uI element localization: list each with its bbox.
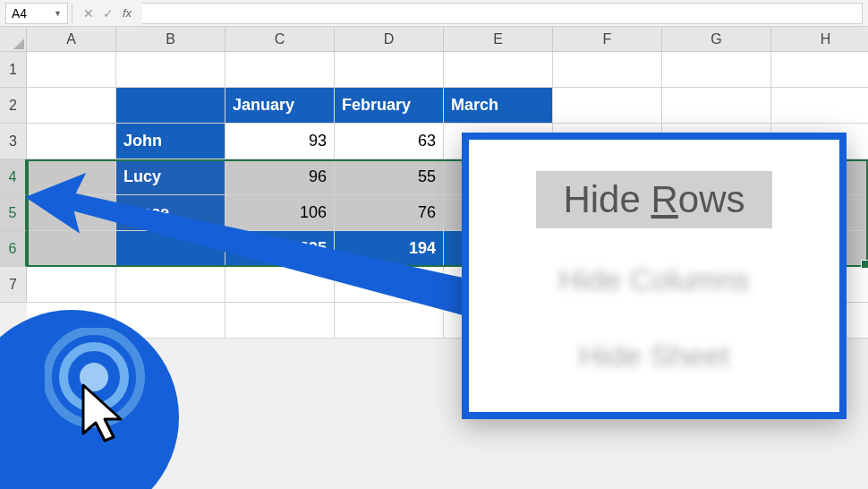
select-all-corner[interactable] — [0, 27, 27, 52]
cancel-icon[interactable]: ✕ — [83, 6, 94, 21]
cell-name-lucy[interactable]: Lucy — [116, 159, 226, 195]
cell[interactable] — [335, 52, 444, 88]
formula-bar-area: A4 ▼ ✕ ✓ fx — [0, 0, 868, 27]
col-header-h[interactable]: H — [771, 27, 868, 52]
col-header-c[interactable]: C — [226, 27, 335, 52]
context-menu-callout: Hide Rows Hide Columns Hide Sheet — [462, 133, 847, 419]
cell[interactable] — [226, 303, 335, 339]
row-header-5[interactable]: 5 — [0, 195, 27, 231]
cell[interactable] — [116, 52, 226, 88]
row-header-4[interactable]: 4 — [0, 159, 27, 195]
col-header-e[interactable]: E — [444, 27, 553, 52]
row-header-6[interactable]: 6 — [0, 231, 27, 267]
col-header-d[interactable]: D — [335, 27, 444, 52]
cell[interactable] — [116, 231, 226, 267]
cell[interactable] — [27, 195, 116, 231]
cell[interactable] — [116, 88, 226, 124]
name-box-value: A4 — [12, 6, 27, 21]
cell-total-c[interactable]: 295 — [226, 231, 335, 267]
cell[interactable] — [662, 52, 771, 88]
cell-header-january[interactable]: January — [226, 88, 335, 124]
cell[interactable]: 96 — [226, 159, 335, 195]
col-header-g[interactable]: G — [662, 27, 771, 52]
cell[interactable] — [27, 267, 116, 303]
row-headers: 1 2 3 4 5 6 7 — [0, 52, 27, 303]
svg-marker-5 — [83, 385, 121, 441]
menu-item-hide-sheet[interactable]: Hide Sheet — [552, 331, 756, 381]
cell[interactable] — [662, 88, 771, 124]
col-header-b[interactable]: B — [116, 27, 226, 52]
cell-name-john[interactable]: John — [116, 124, 226, 159]
cell[interactable] — [771, 52, 868, 88]
cell[interactable] — [27, 124, 116, 159]
fx-icon[interactable]: fx — [123, 6, 132, 20]
cell[interactable] — [116, 267, 226, 303]
cell-header-february[interactable]: February — [335, 88, 444, 124]
cell[interactable] — [226, 52, 335, 88]
grid-row: January February March — [27, 88, 868, 124]
grid-row — [27, 52, 868, 88]
chevron-down-icon[interactable]: ▼ — [54, 9, 62, 18]
row-header-7[interactable]: 7 — [0, 267, 27, 303]
cell[interactable] — [335, 267, 444, 303]
cell[interactable] — [335, 303, 444, 339]
cell[interactable] — [27, 231, 116, 267]
cell[interactable]: 55 — [335, 159, 444, 195]
row-header-2[interactable]: 2 — [0, 88, 27, 124]
cell[interactable] — [444, 52, 553, 88]
cell[interactable] — [226, 267, 335, 303]
row-header-3[interactable]: 3 — [0, 124, 27, 159]
cell[interactable]: 76 — [335, 195, 444, 231]
cell[interactable]: 106 — [226, 195, 335, 231]
menu-item-hide-columns[interactable]: Hide Columns — [532, 255, 777, 305]
cell-total-d[interactable]: 194 — [335, 231, 444, 267]
cell[interactable]: 63 — [335, 124, 444, 159]
menu-hotkey: R — [651, 178, 678, 220]
menu-text: Hide — [563, 178, 651, 220]
cell[interactable] — [553, 88, 662, 124]
cursor-icon — [76, 382, 139, 453]
cell-header-march[interactable]: March — [444, 88, 553, 124]
col-header-a[interactable]: A — [27, 27, 116, 52]
col-header-f[interactable]: F — [553, 27, 662, 52]
cell[interactable] — [553, 52, 662, 88]
row-header-1[interactable]: 1 — [0, 52, 27, 88]
name-box[interactable]: A4 ▼ — [5, 3, 68, 24]
menu-text: ows — [678, 178, 745, 220]
formula-input[interactable] — [142, 3, 863, 24]
column-headers: A B C D E F G H — [27, 27, 868, 52]
menu-item-hide-rows[interactable]: Hide Rows — [536, 171, 771, 228]
formula-controls: ✕ ✓ fx — [76, 6, 139, 21]
cell[interactable] — [27, 159, 116, 195]
confirm-icon[interactable]: ✓ — [103, 6, 114, 21]
cell-name-grace[interactable]: Grace — [116, 195, 226, 231]
cell[interactable] — [27, 52, 116, 88]
cell[interactable] — [27, 88, 116, 124]
cell[interactable] — [771, 88, 868, 124]
cell[interactable]: 93 — [226, 124, 335, 159]
